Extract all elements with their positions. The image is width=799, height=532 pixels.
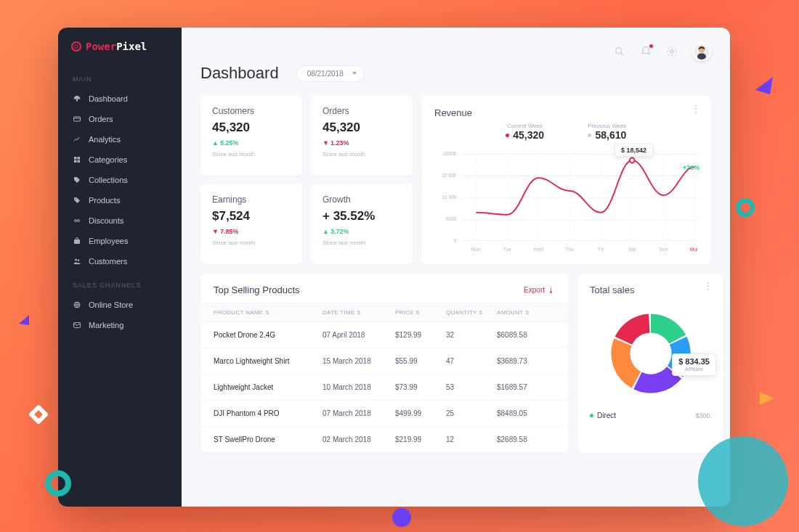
table-col[interactable]: PRICE ⇅: [395, 309, 446, 316]
cell-name: ST SwellPro Drone: [214, 435, 323, 443]
revenue-legend: Current Week 45,320 Previous Week 58,610: [434, 123, 698, 141]
sidebar-item-online-store[interactable]: Online Store: [58, 295, 182, 315]
nav-label: Online Store: [89, 300, 133, 309]
svg-text:Thu: Thu: [566, 247, 575, 252]
svg-point-16: [670, 50, 673, 53]
legend-current-label: Current Week: [506, 123, 544, 129]
nav-icon: [73, 216, 81, 225]
metric-label: Growth: [323, 195, 401, 205]
sales-legend-label: Direct: [597, 412, 616, 420]
metric-note: Since last month: [323, 240, 401, 246]
cell-amount: $3689.73: [497, 357, 555, 365]
svg-rect-3: [78, 157, 81, 160]
nav-label: Categories: [89, 155, 127, 164]
nav-icon: [73, 321, 81, 330]
cell-date: 02 March 2018: [323, 435, 395, 443]
page-header: Dashboard 08/21/2018: [200, 64, 711, 83]
sales-donut-chart: $ 834.35 Affiliate: [590, 303, 712, 404]
sidebar-item-analytics[interactable]: Analytics: [58, 129, 182, 150]
bell-icon[interactable]: [640, 46, 652, 57]
svg-marker-52: [19, 315, 29, 325]
sidebar-item-marketing[interactable]: Marketing: [58, 315, 182, 335]
sidebar-item-dashboard[interactable]: Dashboard: [58, 89, 182, 109]
nav-icon: [73, 115, 81, 123]
table-col[interactable]: DATE TIME ⇅: [323, 309, 395, 316]
table-row[interactable]: DJI Phantom 4 PRO07 March 2018$499.9925$…: [200, 401, 568, 427]
table-row[interactable]: Pocket Drone 2.4G07 April 2018$129.9932$…: [200, 322, 568, 348]
table-title: Top Selling Products: [214, 285, 300, 295]
nav-icon: [73, 94, 81, 103]
sidebar-item-categories[interactable]: Categories: [58, 150, 182, 170]
sidebar-item-discounts[interactable]: Discounts: [58, 210, 182, 231]
svg-rect-1: [74, 117, 81, 121]
svg-point-7: [75, 220, 77, 222]
metric-value: 45,320: [323, 120, 401, 135]
nav-icon: [73, 155, 81, 164]
sidebar-item-customers[interactable]: Customers: [58, 251, 182, 271]
metric-value: + 35.52%: [323, 209, 401, 224]
sales-legend-value: $300.: [695, 412, 712, 420]
nav-section-sales: SALES CHANNELS: [58, 271, 182, 295]
chart-tooltip: $ 18,542: [615, 144, 653, 157]
svg-point-11: [78, 259, 80, 261]
svg-rect-5: [78, 160, 81, 163]
nav-icon: [73, 237, 81, 245]
export-button[interactable]: Export ⭳: [524, 286, 555, 294]
metric-delta: ▲ 5.25%: [212, 139, 291, 147]
nav-icon: [73, 300, 81, 309]
metric-value: $7,524: [212, 209, 291, 224]
legend-prev-value: 58,610: [595, 129, 626, 141]
nav-label: Dashboard: [89, 94, 128, 103]
cell-qty: 53: [446, 383, 497, 391]
table-col[interactable]: PRODUCT NAME ⇅: [214, 309, 323, 316]
dot-icon: [506, 134, 509, 137]
cell-price: $73.99: [395, 383, 446, 391]
table-col[interactable]: QUANTITY ⇅: [446, 309, 497, 316]
date-picker[interactable]: 08/21/2018: [296, 65, 365, 82]
svg-point-50: [392, 508, 411, 527]
donut-tooltip-value: $ 834.35: [678, 357, 710, 366]
top-products-card: Top Selling Products Export ⭳ PRODUCT NA…: [200, 274, 568, 453]
nav-label: Collections: [89, 176, 128, 184]
metric-value: 45,320: [212, 120, 291, 135]
nav-icon: [73, 257, 81, 266]
table-row[interactable]: ST SwellPro Drone02 March 2018$219.9912$…: [200, 427, 568, 453]
sidebar-item-orders[interactable]: Orders: [58, 109, 182, 129]
metric-note: Since last month: [323, 151, 401, 157]
kebab-menu-icon[interactable]: ⋮: [703, 285, 713, 287]
sidebar-item-products[interactable]: Products: [58, 190, 182, 210]
app-window: PowerPixel MAIN DashboardOrdersAnalytics…: [58, 28, 730, 507]
svg-text:10 000: 10 000: [442, 195, 457, 200]
sidebar-item-employees[interactable]: Employees: [58, 231, 182, 251]
nav-icon: [73, 135, 81, 144]
metric-note: Since last month: [212, 151, 291, 157]
metric-delta: ▲ 3.72%: [323, 228, 401, 235]
cell-date: 15 March 2018: [323, 357, 395, 365]
dot-icon: [588, 134, 591, 137]
cell-name: DJI Phantom 4 PRO: [214, 409, 323, 417]
search-icon[interactable]: [614, 46, 625, 57]
svg-text:Wed: Wed: [533, 247, 543, 252]
sidebar-item-collections[interactable]: Collections: [58, 170, 182, 190]
cell-date: 10 March 2018: [323, 383, 395, 391]
cell-amount: $6089.58: [497, 331, 555, 339]
metric-delta: ▼ 7.85%: [212, 228, 291, 235]
gear-icon[interactable]: [666, 46, 678, 57]
cell-price: $129.99: [395, 331, 446, 339]
table-row[interactable]: Lightweight Jacket10 March 2018$73.9953$…: [200, 375, 568, 401]
svg-text:15 000: 15 000: [442, 173, 457, 178]
svg-rect-4: [74, 160, 77, 163]
metric-note: Since last month: [212, 240, 291, 246]
svg-text:Mon: Mon: [690, 247, 698, 252]
table-row[interactable]: Marco Lightweight Shirt15 March 2018$55.…: [200, 348, 568, 375]
table-col[interactable]: AMOUNT ⇅: [497, 309, 555, 316]
metric-growth: Growth + 35.52% ▲ 3.72% Since last month: [311, 184, 413, 264]
cell-name: Pocket Drone 2.4G: [214, 331, 323, 339]
user-avatar[interactable]: [692, 42, 711, 61]
svg-text:Sat: Sat: [628, 247, 636, 252]
svg-rect-2: [74, 157, 77, 160]
cell-qty: 12: [446, 435, 497, 443]
kebab-menu-icon[interactable]: ⋮: [691, 107, 701, 110]
svg-text:Mon: Mon: [471, 247, 481, 252]
dot-icon: [590, 414, 593, 417]
